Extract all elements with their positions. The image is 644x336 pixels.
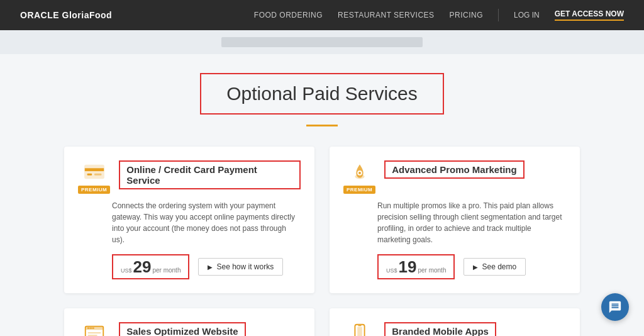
- cards-grid: PREMIUM Online / Credit Card Payment Ser…: [64, 147, 580, 336]
- premium-badge-promo: PREMIUM: [343, 186, 375, 194]
- card-mobile: PREMIUM Branded Mobile Apps Recommend a …: [330, 308, 580, 336]
- logo: ORACLE GloriaFood: [20, 10, 112, 20]
- restaurant-services-link[interactable]: RESTAURANT SERVICES: [338, 11, 435, 20]
- card-payment-header: PREMIUM Online / Credit Card Payment Ser…: [78, 160, 301, 194]
- svg-rect-1: [84, 168, 103, 171]
- chat-icon: [608, 300, 622, 314]
- card-promo-title-box: Advanced Promo Marketing: [384, 160, 524, 179]
- card-mobile-icon-wrap: PREMIUM: [343, 322, 375, 336]
- card-promo-price-box: US$ 19 per month: [377, 254, 455, 279]
- card-promo-currency: US$: [386, 267, 397, 274]
- nav-divider: [498, 9, 499, 21]
- get-access-button[interactable]: GET ACCESS NOW: [555, 9, 624, 21]
- card-website-title-box: Sales Optimized Website: [119, 322, 245, 336]
- svg-rect-3: [94, 174, 101, 176]
- website-icon: [82, 322, 107, 336]
- play-icon-promo: ▶: [473, 264, 478, 271]
- card-payment-see-label: See how it works: [216, 262, 274, 271]
- chat-bubble[interactable]: [601, 293, 629, 321]
- card-promo-description: Run multiple promos like a pro. This pai…: [343, 200, 566, 245]
- card-promo-see-button[interactable]: ▶ See demo: [464, 258, 526, 276]
- svg-rect-0: [84, 165, 103, 179]
- card-promo: PREMIUM Advanced Promo Marketing Run mul…: [330, 147, 580, 293]
- food-ordering-link[interactable]: FOOD ORDERING: [254, 11, 323, 20]
- section-title-wrapper: Optional Paid Services: [64, 73, 580, 126]
- logo-text: ORACLE GloriaFood: [20, 10, 112, 20]
- card-mobile-header: PREMIUM Branded Mobile Apps: [343, 322, 566, 336]
- card-promo-period: per month: [418, 267, 446, 274]
- card-payment-currency: US$: [121, 267, 132, 274]
- svg-point-6: [358, 172, 361, 174]
- card-website: PREMIUM Sales Optimized Website Instantl…: [64, 308, 314, 336]
- card-payment-title-box: Online / Credit Card Payment Service: [119, 160, 301, 189]
- card-mobile-title: Branded Mobile Apps: [392, 326, 489, 336]
- top-gray-bar: [0, 30, 644, 54]
- card-mobile-title-box: Branded Mobile Apps: [384, 322, 496, 336]
- card-promo-footer: US$ 19 per month ▶ See demo: [343, 254, 566, 279]
- premium-badge-payment: PREMIUM: [78, 186, 110, 194]
- play-icon-payment: ▶: [208, 264, 213, 271]
- login-button[interactable]: LOG IN: [514, 11, 540, 20]
- card-website-icon-wrap: PREMIUM: [78, 322, 110, 336]
- pricing-link[interactable]: PRICING: [450, 11, 484, 20]
- section-title-underline: [306, 125, 338, 126]
- card-website-title: Sales Optimized Website: [126, 326, 238, 336]
- card-payment: PREMIUM Online / Credit Card Payment Ser…: [64, 147, 314, 293]
- payment-icon: [82, 160, 107, 183]
- mobile-icon: [347, 322, 372, 336]
- promo-icon: [347, 160, 372, 183]
- main-content: Optional Paid Services PREMIUM: [52, 54, 592, 336]
- card-payment-amount: 29: [133, 259, 152, 275]
- card-payment-icon-wrap: PREMIUM: [78, 160, 110, 194]
- top-bar-inner: [221, 37, 423, 47]
- card-promo-icon-wrap: PREMIUM: [343, 160, 375, 194]
- card-payment-period: per month: [152, 267, 180, 274]
- card-promo-amount: 19: [399, 259, 417, 275]
- svg-rect-2: [87, 174, 92, 176]
- nav-links: FOOD ORDERING RESTAURANT SERVICES PRICIN…: [254, 9, 624, 21]
- card-payment-footer: US$ 29 per month ▶ See how it works: [78, 254, 301, 279]
- svg-rect-12: [87, 332, 101, 333]
- section-title-box: Optional Paid Services: [200, 73, 444, 115]
- card-payment-description: Connects the ordering system with your p…: [78, 200, 301, 245]
- section-title: Optional Paid Services: [226, 83, 418, 104]
- card-promo-header: PREMIUM Advanced Promo Marketing: [343, 160, 566, 194]
- card-website-header: PREMIUM Sales Optimized Website: [78, 322, 301, 336]
- card-payment-see-button[interactable]: ▶ See how it works: [198, 258, 283, 276]
- card-payment-title: Online / Credit Card Payment Service: [126, 164, 257, 186]
- svg-rect-16: [357, 327, 362, 336]
- card-promo-title: Advanced Promo Marketing: [392, 164, 516, 175]
- card-promo-see-label: See demo: [482, 262, 516, 271]
- navbar: ORACLE GloriaFood FOOD ORDERING RESTAURA…: [0, 0, 644, 30]
- card-payment-price-box: US$ 29 per month: [112, 254, 189, 279]
